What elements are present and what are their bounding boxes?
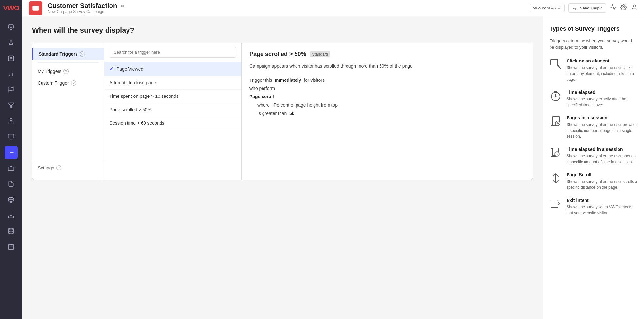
trigger-logic: Trigger this Immediately for visitors wh… — [249, 76, 525, 117]
click-element-icon — [550, 58, 562, 71]
rs-click-title: Click on an element — [567, 58, 637, 63]
rs-item-pages-session: Pages in a session Shows the survey afte… — [550, 115, 637, 139]
trigger-item-attempts-close[interactable]: Attempts to close page — [104, 76, 241, 90]
trigger-list: ✔ Page Viewed Attempts to close page Tim… — [104, 62, 241, 180]
sidebar-icon-funnel[interactable] — [5, 99, 18, 112]
trigger-detail-description: Campaign appears when visitor has scroll… — [249, 63, 525, 70]
center-content: When will the survey display? Standard T… — [22, 16, 543, 319]
sidebar: VWO — [0, 0, 22, 319]
rs-intro: Triggers determine when your survey woul… — [550, 38, 637, 50]
trigger-search-area — [104, 43, 241, 62]
rs-time-session-title: Time elapsed in a session — [567, 147, 637, 152]
rs-item-exit-content: Exit intent Shows the survey when VWO de… — [567, 198, 637, 216]
campaign-subtitle: New On-page Survey Campaign — [48, 9, 125, 14]
page-scroll-icon — [550, 172, 562, 185]
sidebar-icon-flask[interactable] — [5, 36, 18, 49]
trigger-detail-column: Page scrolled > 50% Standard Campaign ap… — [242, 43, 533, 180]
my-triggers-help[interactable]: ? — [63, 69, 69, 74]
sidebar-icon-globe[interactable] — [5, 193, 18, 206]
svg-point-27 — [557, 65, 559, 67]
settings-help[interactable]: ? — [56, 165, 61, 170]
pages-session-icon — [550, 115, 562, 128]
rs-time-session-desc: Shows the survey after the user spends a… — [567, 153, 637, 165]
standard-badge: Standard — [310, 51, 331, 57]
sidebar-icon-chart[interactable] — [5, 67, 18, 80]
exit-intent-icon — [550, 198, 562, 210]
right-sidebar: Types of Survey Triggers Triggers determ… — [543, 16, 644, 319]
sidebar-icon-database[interactable] — [5, 224, 18, 238]
top-navbar: Customer Satisfaction ✏ New On-page Surv… — [22, 0, 644, 16]
svg-line-36 — [558, 123, 559, 124]
rs-item-page-scroll: Page Scroll Shows the survey after the u… — [550, 172, 637, 190]
rs-item-time-elapsed: Time elapsed Shows the survey exactly af… — [550, 90, 637, 108]
svg-line-41 — [557, 154, 558, 154]
trigger-header-row: Page scrolled > 50% Standard — [249, 51, 525, 58]
svg-point-1 — [10, 26, 12, 28]
sidebar-icon-survey[interactable] — [5, 52, 18, 65]
rs-exit-title: Exit intent — [567, 198, 637, 203]
sidebar-icon-desktop2[interactable] — [5, 162, 18, 175]
svg-point-5 — [10, 119, 12, 121]
page-title: When will the survey display? — [32, 26, 533, 35]
settings-icon[interactable] — [620, 4, 627, 12]
rs-item-time-session-content: Time elapsed in a session Shows the surv… — [567, 147, 637, 165]
rs-scroll-desc: Shows the survey after the user scrolls … — [567, 179, 637, 190]
rs-item-click-element: Click on an element Shows the survey aft… — [550, 58, 637, 82]
my-triggers-item[interactable]: My Triggers ? — [32, 65, 104, 77]
trigger-item-time-spent[interactable]: Time spent on page > 10 seconds — [104, 90, 241, 103]
sidebar-icon-calendar[interactable] — [5, 240, 18, 253]
settings-item[interactable]: Settings ? — [32, 161, 104, 174]
edit-icon[interactable]: ✏ — [121, 3, 125, 9]
workspace-selector[interactable]: vwo.com #6 — [530, 4, 565, 12]
vwo-logo: VWO — [3, 4, 19, 12]
svg-rect-26 — [551, 59, 558, 65]
svg-rect-13 — [8, 167, 14, 171]
trigger-item-page-scrolled[interactable]: Page scrolled > 50% — [104, 103, 241, 116]
trigger-left-column: Standard Triggers ? My Triggers ? Custom… — [32, 43, 104, 180]
trigger-item-page-viewed[interactable]: ✔ Page Viewed — [104, 62, 241, 76]
rs-title: Types of Survey Triggers — [550, 26, 637, 32]
rs-item-pages-content: Pages in a session Shows the survey afte… — [567, 115, 637, 139]
time-session-icon — [550, 147, 562, 159]
rs-pages-title: Pages in a session — [567, 115, 637, 120]
rs-item-scroll-content: Page Scroll Shows the survey after the u… — [567, 172, 637, 190]
custom-trigger-help[interactable]: ? — [71, 80, 76, 86]
user-icon[interactable] — [631, 4, 637, 12]
page-content: When will the survey display? Standard T… — [22, 16, 644, 319]
sidebar-icon-download[interactable] — [5, 209, 18, 222]
trigger-panel: Standard Triggers ? My Triggers ? Custom… — [32, 43, 533, 180]
rs-scroll-title: Page Scroll — [567, 172, 637, 177]
svg-point-24 — [623, 7, 625, 8]
sidebar-icon-dashboard[interactable] — [5, 20, 18, 33]
time-elapsed-icon — [550, 90, 562, 102]
rs-item-exit-intent: Exit intent Shows the survey when VWO de… — [550, 198, 637, 216]
rs-time-desc: Shows the survey exactly after the speci… — [567, 96, 637, 108]
svg-rect-22 — [33, 6, 39, 10]
sidebar-icon-monitor[interactable] — [5, 130, 18, 143]
rs-exit-desc: Shows the survey when VWO detects that y… — [567, 204, 637, 216]
activity-icon[interactable] — [610, 4, 617, 12]
rs-item-time-session: Time elapsed in a session Shows the surv… — [550, 147, 637, 165]
need-help-button[interactable]: Need Help? — [568, 3, 606, 13]
trigger-item-session-time[interactable]: Session time > 60 seconds — [104, 116, 241, 130]
sidebar-icon-list[interactable] — [5, 146, 18, 159]
sidebar-icon-flag[interactable] — [5, 83, 18, 96]
trigger-detail-title: Page scrolled > 50% — [249, 51, 306, 58]
check-icon-page-viewed: ✔ — [110, 66, 114, 72]
sidebar-icon-person[interactable] — [5, 115, 18, 128]
svg-marker-4 — [8, 103, 14, 108]
trigger-search-input[interactable] — [110, 47, 236, 58]
topnav-right: vwo.com #6 Need Help? — [530, 3, 637, 13]
sidebar-icon-report[interactable] — [5, 177, 18, 190]
svg-point-25 — [633, 5, 636, 7]
rs-item-time-content: Time elapsed Shows the survey exactly af… — [567, 90, 637, 108]
main-area: Customer Satisfaction ✏ New On-page Surv… — [22, 0, 644, 319]
custom-trigger-item[interactable]: Custom Trigger ? — [32, 77, 104, 89]
svg-rect-18 — [9, 244, 14, 249]
rs-time-title: Time elapsed — [567, 90, 637, 95]
rs-pages-desc: Shows the survey after the user browses … — [567, 122, 637, 139]
campaign-title: Customer Satisfaction — [48, 2, 117, 9]
standard-triggers-help[interactable]: ? — [80, 51, 85, 57]
svg-point-0 — [8, 24, 14, 30]
standard-triggers-item[interactable]: Standard Triggers ? — [32, 48, 104, 60]
